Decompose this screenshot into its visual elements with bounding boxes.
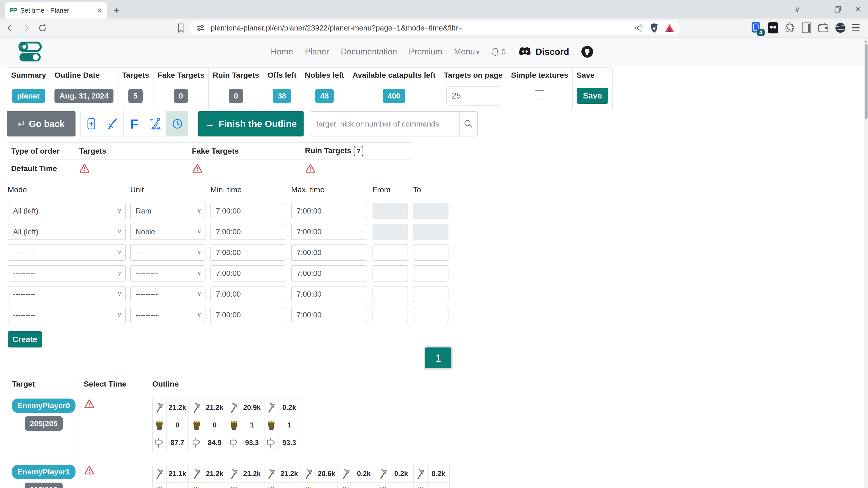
from-input[interactable] [373,265,408,282]
to-input[interactable] [413,245,448,261]
from-input[interactable] [373,307,408,323]
tab-close-icon[interactable]: ✕ [97,6,103,14]
set-time-button[interactable] [166,111,188,136]
mode-select[interactable]: All (left)∨ [8,203,126,219]
min-time-input[interactable] [211,203,286,219]
command-card[interactable]: 21.2k 0 84.9 [190,398,226,452]
unit-select[interactable]: ---------∨ [130,245,206,261]
max-time-input[interactable] [291,224,367,240]
search-input[interactable] [310,111,459,136]
simple-textures-checkbox[interactable] [535,90,544,99]
globe-wallet-icon[interactable] [835,22,846,33]
distance-value: 93.3 [241,434,263,452]
targets-sword-button[interactable] [102,111,124,136]
mode-select[interactable]: All (left)∨ [8,224,126,240]
nav-link-premium[interactable]: Premium [409,47,442,57]
mode-select[interactable]: ---------∨ [8,307,126,323]
ruin-targets-button[interactable] [145,111,166,136]
mode-select[interactable]: ---------∨ [8,245,126,261]
from-input[interactable] [373,245,408,261]
github-link[interactable] [581,45,594,58]
window-close-button[interactable]: ✕ [855,5,862,14]
noble-count: 1 [316,483,338,488]
unit-select[interactable]: ---------∨ [130,307,206,323]
blocker-extension-icon[interactable]: 4 [751,22,762,34]
nav-link-documentation[interactable]: Documentation [341,47,397,57]
command-card[interactable]: 0.2k 1 [413,465,450,488]
command-card[interactable]: 0.2k 1 [376,465,412,488]
target-name-badge[interactable]: EnemyPlayer0 [12,398,75,413]
window-minimize-button[interactable]: — [813,5,821,14]
wallet-icon[interactable] [817,22,829,33]
mode-select[interactable]: ---------∨ [8,286,126,302]
unit-select[interactable]: ---------∨ [130,265,206,282]
max-time-input[interactable] [291,265,367,282]
pagination-page-1[interactable]: 1 [425,348,452,368]
new-tab-button[interactable]: + [114,4,119,17]
browser-tab[interactable]: PP Set time - Planer ✕ [5,2,107,19]
page-scrollbar[interactable]: ▲ [864,37,868,488]
command-card[interactable]: 20.6k 1 [302,465,338,488]
nav-link-home[interactable]: Home [271,47,293,57]
min-time-input[interactable] [211,245,286,261]
url-text[interactable]: plemiona-planer.pl/en/planer/23922/plane… [211,24,628,32]
site-logo[interactable] [13,41,47,62]
command-card[interactable]: 20.9k 1 93.3 [227,398,263,452]
command-card[interactable]: 21.2k 0 [227,465,263,488]
max-time-input[interactable] [291,307,367,323]
share-icon[interactable] [634,23,644,33]
unit-select[interactable]: Ram∨ [130,203,206,219]
fake-targets-button[interactable]: F [124,111,145,136]
max-time-input[interactable] [291,245,367,261]
to-input[interactable] [413,265,448,282]
targets-on-page-input[interactable] [446,86,500,105]
command-card[interactable]: 0.2k 1 93.3 [264,398,301,452]
min-time-input[interactable] [211,265,286,282]
unit-select[interactable]: ---------∨ [130,286,206,302]
command-card[interactable]: 21.2k 0 [190,465,226,488]
max-time-input[interactable] [291,286,367,302]
target-name-badge[interactable]: EnemyPlayer1 [12,465,75,479]
command-card[interactable]: 21.2k 0 87.7 [152,398,188,452]
notifications-button[interactable]: 0 [491,47,506,57]
from-input[interactable] [373,286,408,302]
summary-badge[interactable]: planer [12,89,45,103]
save-button[interactable]: Save [577,88,608,104]
back-button[interactable] [4,22,16,34]
command-card[interactable]: 0.2k 1 [339,465,375,488]
nav-link-planer[interactable]: Planer [305,47,329,57]
reload-button[interactable] [36,22,49,34]
add-target-button[interactable] [81,111,102,136]
bookmark-icon[interactable] [176,23,186,33]
min-time-input[interactable] [211,224,286,240]
url-bar[interactable]: plemiona-planer.pl/en/planer/23922/plane… [190,21,680,35]
browser-menu-icon[interactable]: ☰ [851,22,860,34]
go-back-button[interactable]: ↵ Go back [7,111,75,136]
tab-search-chevron-icon[interactable]: ∨ [795,5,800,14]
extensions-puzzle-icon[interactable] [784,22,796,33]
brave-shields-icon[interactable] [649,23,659,33]
discord-link[interactable]: Discord [518,46,569,57]
command-card[interactable]: 21.2k 0 [264,465,301,488]
to-input[interactable] [413,307,448,323]
search-button[interactable] [459,111,477,136]
mode-select[interactable]: ---------∨ [8,265,126,282]
to-input[interactable] [413,286,448,302]
bat-rewards-icon[interactable] [664,24,675,33]
scrollbar-thumb[interactable] [865,44,868,119]
finish-outline-button[interactable]: → Finish the Outline [198,111,304,136]
window-restore-button[interactable] [834,5,842,13]
command-card[interactable]: 21.1k 0 [152,465,188,488]
unit-select-value: --------- [135,311,158,319]
min-time-input[interactable] [211,286,286,302]
help-icon[interactable]: ? [354,146,363,156]
forward-button[interactable] [20,22,33,34]
dark-extension-icon[interactable] [767,22,779,34]
min-time-input[interactable] [211,307,286,323]
unit-select[interactable]: Noble∨ [130,224,206,240]
sidebar-panel-icon[interactable] [801,22,812,34]
create-button[interactable]: Create [8,331,42,348]
site-settings-icon[interactable] [196,23,205,33]
max-time-input[interactable] [291,203,367,219]
nav-menu-dropdown[interactable]: Menu▾ [454,47,479,57]
